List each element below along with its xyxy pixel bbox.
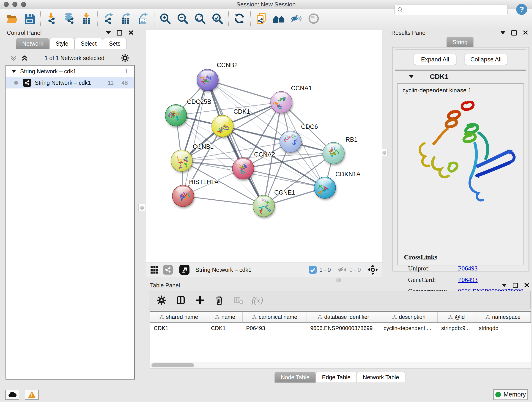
collection-expand-icon[interactable] <box>12 70 16 73</box>
import-database-button[interactable] <box>62 12 76 26</box>
import-table-button[interactable] <box>79 12 94 26</box>
tab-string[interactable]: String <box>446 37 474 47</box>
tab-network[interactable]: Network <box>16 38 50 49</box>
table-horizontal-scrollbar[interactable] <box>150 362 531 368</box>
delete-column-trash-icon[interactable] <box>213 294 225 306</box>
zoom-in-icon <box>159 13 171 25</box>
table-cell[interactable]: CDK1 <box>150 322 207 334</box>
table-cell[interactable]: stringdb <box>475 322 531 334</box>
network-graph[interactable]: CCNB2CCNA1CDC25BCDK1CDC6RB1CCNB1CCNA2CDK… <box>146 30 382 262</box>
network-node-CDC6[interactable] <box>280 131 301 153</box>
add-column-icon[interactable] <box>194 294 206 306</box>
network-node-RB1[interactable] <box>323 142 344 164</box>
table-cell[interactable]: stringdb:9... <box>438 322 475 334</box>
hidden-eye-icon[interactable] <box>337 266 347 274</box>
export-image-button[interactable] <box>136 12 150 26</box>
scrollbar-thumb[interactable] <box>152 363 194 367</box>
home-button[interactable] <box>272 12 286 26</box>
network-row[interactable]: String Network – cdk1 11 48 <box>6 77 134 89</box>
search-box[interactable] <box>394 5 508 15</box>
network-edge[interactable] <box>208 80 264 206</box>
network-node-CCNB1[interactable] <box>171 150 192 172</box>
network-options-gear-icon[interactable] <box>120 53 130 63</box>
column-type-icon <box>485 314 490 319</box>
tab-style[interactable]: Style <box>50 38 75 49</box>
collapse-all-button[interactable]: Collapse All <box>465 54 507 65</box>
network-edge[interactable] <box>208 80 281 102</box>
column-header-description[interactable]: description <box>380 312 437 322</box>
export-table-button[interactable] <box>119 12 133 26</box>
panel-float-icon[interactable] <box>513 283 518 288</box>
gene-section-header[interactable]: CDK1 <box>395 70 526 83</box>
collapse-all-networks-icon[interactable] <box>21 54 28 62</box>
tab-node-table[interactable]: Node Table <box>274 372 316 383</box>
zoom-in-button[interactable] <box>158 12 172 26</box>
network-node-CCNA1[interactable] <box>271 91 292 113</box>
crosslink-link[interactable]: P06493 <box>458 265 478 272</box>
table-settings-gear-icon[interactable] <box>155 294 168 306</box>
gene-symbol: CDK1 <box>430 73 449 80</box>
panel-close-icon[interactable]: ✕ <box>524 282 530 289</box>
panel-menu-icon[interactable] <box>500 31 505 34</box>
column-header-@id[interactable]: @id <box>438 312 475 322</box>
left-splitter-handle[interactable] <box>138 204 145 211</box>
table-cell[interactable]: P06493 <box>242 322 307 334</box>
save-button[interactable] <box>22 12 37 26</box>
birds-eye-view-icon[interactable] <box>367 264 378 275</box>
tab-edge-table[interactable]: Edge Table <box>316 372 357 383</box>
network-edge[interactable] <box>183 196 264 206</box>
tab-select[interactable]: Select <box>75 38 103 49</box>
network-node-CCNE1[interactable] <box>253 195 274 217</box>
grid-view-icon[interactable] <box>150 265 159 274</box>
network-node-HIST1H1A[interactable] <box>172 185 194 207</box>
table-cell[interactable]: cyclin-dependent ... <box>380 322 437 334</box>
open-in-new-window-icon[interactable] <box>179 265 190 275</box>
network-node-CDKN1A[interactable] <box>314 177 336 198</box>
column-header-canonical-name[interactable]: canonical name <box>242 312 307 322</box>
panel-close-icon[interactable]: ✕ <box>128 29 134 36</box>
gray-eye-button[interactable] <box>307 12 321 26</box>
hide-labels-button[interactable] <box>289 12 303 26</box>
panel-menu-icon[interactable] <box>502 284 507 287</box>
selected-checkbox-icon[interactable] <box>309 266 317 274</box>
panel-float-icon[interactable] <box>117 30 122 36</box>
network-collection-row[interactable]: String Network – cdk1 1 <box>6 65 134 77</box>
export-network-button[interactable] <box>101 12 115 26</box>
panel-float-icon[interactable] <box>511 30 517 36</box>
network-node-CDC25B[interactable] <box>165 104 187 126</box>
network-canvas[interactable]: CCNB2CCNA1CDC25BCDK1CDC6RB1CCNB1CCNA2CDK… <box>146 30 382 262</box>
zoom-fit-button[interactable] <box>193 12 207 26</box>
expand-all-networks-icon[interactable] <box>10 54 17 62</box>
panel-menu-icon[interactable] <box>106 31 111 34</box>
help-button[interactable]: ? <box>516 4 527 15</box>
warning-button[interactable] <box>25 390 39 400</box>
gene-collapse-icon[interactable] <box>409 75 414 78</box>
network-node-CDK1[interactable] <box>212 115 233 137</box>
open-button[interactable] <box>5 12 19 26</box>
table-cell[interactable]: CDK1 <box>207 322 243 334</box>
memory-button[interactable]: Memory <box>493 389 528 400</box>
refresh-button[interactable] <box>232 12 247 26</box>
tab-sets[interactable]: Sets <box>103 38 127 49</box>
column-header-shared-name[interactable]: shared name <box>150 312 207 322</box>
network-node-CCNB2[interactable] <box>197 69 218 91</box>
network-node-CCNA2[interactable] <box>232 158 254 179</box>
column-header-database-identifier[interactable]: database identifier <box>307 312 380 322</box>
zoom-out-button[interactable] <box>176 12 190 26</box>
zoom-selected-button[interactable] <box>210 12 225 26</box>
expand-all-button[interactable]: Expand All <box>414 54 456 65</box>
warning-icon <box>27 391 36 399</box>
column-header-name[interactable]: name <box>207 312 243 322</box>
search-input[interactable] <box>406 6 507 13</box>
column-header-namespace[interactable]: namespace <box>475 312 531 322</box>
import-network-button[interactable] <box>44 12 59 26</box>
network-share-icon[interactable] <box>163 265 173 274</box>
clone-network-button[interactable] <box>254 12 268 26</box>
crosslink-label: Uniprot: <box>408 265 458 272</box>
cloud-button[interactable] <box>5 390 19 400</box>
show-columns-icon[interactable] <box>175 294 187 306</box>
table-cell[interactable]: 9606.ENSP00000378699 <box>307 322 380 334</box>
tab-network-table[interactable]: Network Table <box>357 372 405 383</box>
panel-close-icon[interactable]: ✕ <box>522 29 529 36</box>
table-row[interactable]: CDK1CDK1P064939606.ENSP00000378699cyclin… <box>150 322 531 334</box>
